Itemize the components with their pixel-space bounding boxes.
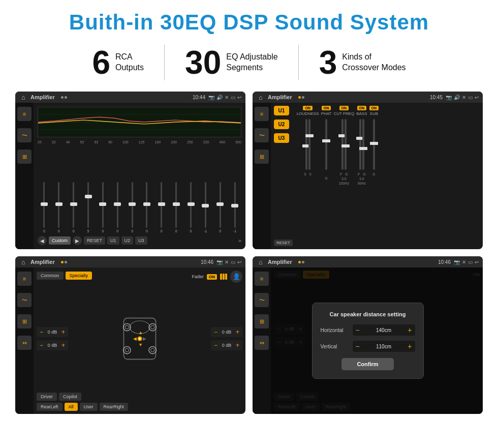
- dist-side-btn-1[interactable]: ≡: [255, 272, 269, 286]
- bass-on[interactable]: ON: [357, 106, 367, 110]
- speaker-side-btn-1[interactable]: ≡: [17, 272, 32, 286]
- u3-button[interactable]: U3: [274, 133, 289, 143]
- slider-track[interactable]: [132, 182, 133, 228]
- person-icon[interactable]: 👤: [230, 271, 242, 283]
- slider-thumb[interactable]: [129, 202, 136, 206]
- vertical-minus[interactable]: −: [356, 342, 360, 350]
- u1-btn[interactable]: U1: [107, 236, 119, 245]
- cutfreq-thumb-g[interactable]: [341, 144, 350, 147]
- slider-thumb[interactable]: [188, 202, 195, 206]
- home-icon-4[interactable]: ⌂: [257, 258, 265, 266]
- rearleft-btn[interactable]: RearLeft: [37, 403, 63, 411]
- phat-on[interactable]: ON: [322, 106, 331, 110]
- next-btn[interactable]: ▶: [73, 236, 82, 245]
- fader-on[interactable]: ON: [207, 274, 217, 280]
- home-icon[interactable]: ⌂: [19, 93, 27, 101]
- minus-btn-rr[interactable]: −: [214, 342, 217, 349]
- dist-side-btn-3[interactable]: ⊞: [255, 314, 269, 328]
- all-btn[interactable]: All: [65, 403, 78, 411]
- slider-track[interactable]: [161, 182, 162, 228]
- confirm-button[interactable]: Confirm: [341, 358, 393, 370]
- user-btn[interactable]: User: [80, 403, 98, 411]
- slider-track[interactable]: [117, 182, 118, 228]
- phat-slider[interactable]: [325, 119, 327, 170]
- slider-track[interactable]: [87, 182, 89, 228]
- slider-track[interactable]: [102, 182, 104, 228]
- slider-track[interactable]: [73, 182, 74, 228]
- u1-button[interactable]: U1: [274, 106, 289, 115]
- loudness-thumb-2[interactable]: [305, 134, 314, 137]
- eq-side-btn-1[interactable]: ≡: [17, 107, 32, 121]
- crossover-side-btn-2[interactable]: 〜: [255, 128, 269, 142]
- home-icon-3[interactable]: ⌂: [19, 258, 27, 266]
- slider-thumb[interactable]: [114, 202, 121, 206]
- loudness-slider-2[interactable]: [308, 119, 310, 170]
- sub-on[interactable]: ON: [369, 106, 379, 110]
- reset-btn-eq[interactable]: RESET: [84, 236, 105, 245]
- vertical-stepper[interactable]: − 110cm +: [353, 341, 415, 352]
- slider-track[interactable]: [146, 182, 147, 228]
- slider-track[interactable]: [234, 182, 236, 228]
- loudness-slider[interactable]: [305, 119, 307, 170]
- speaker-side-btn-4[interactable]: ⇔: [17, 336, 32, 350]
- cutfreq-on[interactable]: ON: [339, 106, 349, 110]
- speaker-side-btn-3[interactable]: ⊞: [17, 314, 32, 328]
- minus-btn-rl[interactable]: −: [40, 342, 43, 349]
- minus-btn-fr[interactable]: −: [214, 328, 217, 336]
- slider-thumb[interactable]: [70, 202, 77, 206]
- slider-thumb[interactable]: [231, 204, 238, 207]
- plus-btn-fl[interactable]: +: [61, 328, 65, 336]
- vertical-plus[interactable]: +: [408, 342, 412, 350]
- slider-thumb[interactable]: [216, 202, 224, 206]
- horizontal-minus[interactable]: −: [356, 326, 360, 334]
- cutfreq-slider-g[interactable]: [345, 119, 347, 170]
- slider-track[interactable]: [205, 182, 206, 228]
- slider-track[interactable]: [220, 182, 221, 228]
- phat-thumb[interactable]: [322, 139, 330, 142]
- slider-thumb[interactable]: [99, 202, 106, 206]
- bass-thumb-g[interactable]: [359, 147, 367, 150]
- slider-thumb[interactable]: [55, 202, 63, 206]
- slider-thumb[interactable]: [173, 202, 180, 206]
- slider-track[interactable]: [190, 182, 192, 228]
- common-tab[interactable]: Common: [37, 272, 64, 280]
- u3-btn[interactable]: U3: [135, 236, 147, 245]
- slider-track[interactable]: [175, 182, 177, 228]
- speaker-side-btn-2[interactable]: 〜: [17, 293, 32, 307]
- sub-slider[interactable]: [373, 119, 375, 170]
- minus-btn-fl[interactable]: −: [40, 328, 43, 336]
- crossover-side-btn-3[interactable]: ⊞: [255, 150, 269, 164]
- bass-slider-f[interactable]: [359, 119, 361, 170]
- dist-side-btn-2[interactable]: 〜: [255, 293, 269, 307]
- bass-slider-g[interactable]: [362, 119, 364, 170]
- home-icon-2[interactable]: ⌂: [257, 93, 265, 101]
- horizontal-stepper[interactable]: − 140cm +: [353, 324, 415, 336]
- slider-thumb[interactable]: [143, 202, 150, 206]
- prev-btn[interactable]: ◀: [38, 236, 47, 245]
- u2-button[interactable]: U2: [274, 120, 289, 129]
- crossover-side-btn-1[interactable]: ≡: [255, 107, 269, 121]
- sub-thumb[interactable]: [370, 142, 378, 145]
- eq-side-btn-3[interactable]: ⊞: [17, 150, 32, 164]
- slider-thumb[interactable]: [202, 204, 209, 207]
- horizontal-plus[interactable]: +: [408, 326, 412, 334]
- plus-btn-rl[interactable]: +: [61, 342, 65, 349]
- slider-track[interactable]: [58, 182, 59, 228]
- slider-thumb[interactable]: [158, 202, 165, 206]
- rearright-btn[interactable]: RearRight: [100, 403, 129, 411]
- slider-thumb[interactable]: [85, 195, 92, 198]
- driver-btn[interactable]: Driver: [37, 393, 57, 401]
- specialty-tab[interactable]: Specialty: [66, 272, 92, 280]
- more-icon[interactable]: »: [238, 237, 241, 244]
- u2-btn[interactable]: U2: [121, 236, 134, 245]
- custom-btn[interactable]: Custom: [49, 236, 71, 245]
- slider-track[interactable]: [43, 182, 45, 228]
- slider-thumb[interactable]: [41, 202, 48, 206]
- plus-btn-fr[interactable]: +: [236, 328, 239, 336]
- copilot-btn[interactable]: Copilot: [59, 393, 81, 401]
- plus-btn-rr[interactable]: +: [236, 342, 239, 349]
- loudness-on[interactable]: ON: [303, 106, 313, 110]
- dist-side-btn-4[interactable]: ⇔: [255, 336, 269, 350]
- eq-side-btn-2[interactable]: 〜: [17, 128, 32, 142]
- reset-crossover[interactable]: RESET: [274, 240, 293, 246]
